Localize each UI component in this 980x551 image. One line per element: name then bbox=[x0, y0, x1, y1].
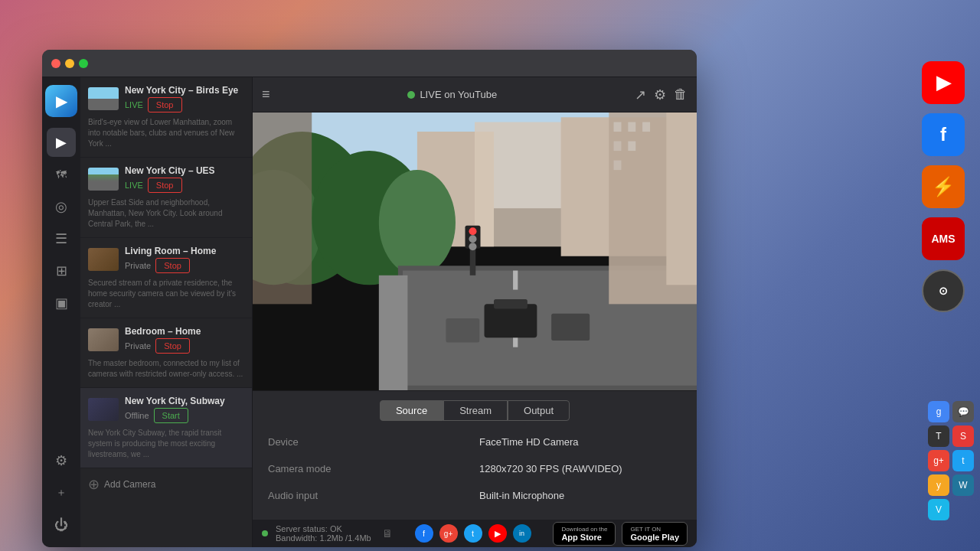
tab-output[interactable]: Output bbox=[508, 400, 570, 421]
svg-point-29 bbox=[469, 243, 476, 250]
camera-thumb-5 bbox=[88, 398, 119, 421]
social-google[interactable]: g+ bbox=[439, 524, 458, 543]
tab-stream[interactable]: Stream bbox=[443, 400, 508, 421]
video-icon: ▣ bbox=[55, 295, 68, 311]
camera-name-5: New York City, Subway bbox=[125, 396, 244, 406]
delete-icon[interactable]: 🗑 bbox=[674, 86, 688, 103]
camera-item-5[interactable]: New York City, Subway Offline Start New … bbox=[80, 388, 252, 468]
desktop-icon-flash[interactable]: ⚡ bbox=[922, 165, 965, 208]
stop-button-2[interactable]: Stop bbox=[148, 178, 182, 193]
svg-rect-2 bbox=[475, 122, 570, 247]
stop-button-3[interactable]: Stop bbox=[155, 258, 190, 273]
mini-icon-g[interactable]: g bbox=[928, 401, 949, 422]
mini-icon-t[interactable]: T bbox=[928, 425, 949, 447]
desktop-icon-youtube[interactable]: ▶ bbox=[922, 61, 965, 104]
appstore-sub: Download on the bbox=[561, 526, 607, 533]
top-bar-actions: ↗ ⚙ 🗑 bbox=[635, 86, 688, 103]
camera-thumb-1 bbox=[88, 87, 119, 110]
desktop-icon-ams[interactable]: AMS bbox=[922, 217, 965, 260]
device-label: Device bbox=[268, 433, 470, 451]
sidebar-item-grid[interactable]: ⊞ bbox=[47, 256, 76, 285]
googleplay-main: Google Play bbox=[630, 533, 679, 542]
logo-icon: ▶ bbox=[56, 92, 67, 110]
svg-rect-10 bbox=[513, 271, 518, 290]
desktop-icon-s5[interactable]: ⊙ bbox=[922, 269, 965, 312]
social-facebook[interactable]: f bbox=[415, 524, 433, 543]
camera-item-4[interactable]: Bedroom – Home Private Stop The master b… bbox=[80, 318, 252, 388]
close-button[interactable] bbox=[51, 59, 60, 68]
store-badges: Download on the App Store GET IT ON Goog… bbox=[553, 522, 688, 546]
maximize-button[interactable] bbox=[79, 59, 88, 68]
title-bar bbox=[42, 50, 697, 77]
traffic-lights bbox=[51, 59, 88, 68]
desktop-icons-panel: ▶ f ⚡ AMS ⊙ bbox=[922, 61, 965, 312]
power-icon: ⏻ bbox=[54, 517, 68, 533]
social-youtube[interactable]: ▶ bbox=[488, 524, 507, 543]
camera-item-2[interactable]: New York City – UES LIVE Stop Upper East… bbox=[80, 158, 252, 238]
minimize-button[interactable] bbox=[65, 59, 74, 68]
mini-icon-gplus[interactable]: g+ bbox=[928, 450, 949, 471]
mini-icon-chat[interactable]: 💬 bbox=[952, 401, 974, 422]
camera-thumb-4 bbox=[88, 328, 119, 351]
audio-input-value: Built-in Microphone bbox=[479, 487, 681, 504]
stop-button-1[interactable]: Stop bbox=[148, 97, 182, 112]
googleplay-sub: GET IT ON bbox=[630, 526, 679, 533]
sidebar-item-power[interactable]: ⏻ bbox=[47, 510, 76, 540]
source-fields: Device FaceTime HD Camera Camera mode 12… bbox=[268, 433, 681, 504]
mini-icon-wp[interactable]: W bbox=[952, 474, 974, 496]
appstore-main: App Store bbox=[561, 533, 607, 542]
social-twitter[interactable]: t bbox=[464, 524, 482, 543]
desktop-icon-facebook[interactable]: f bbox=[922, 113, 965, 156]
appstore-badge[interactable]: Download on the App Store bbox=[553, 522, 616, 546]
camera-desc-5: New York City Subway, the rapid transit … bbox=[88, 428, 244, 460]
facebook-icon: f bbox=[940, 124, 946, 145]
window-body: ▶ ▶ 🗺 ◎ ☰ ⊞ ▣ ⚙ bbox=[42, 77, 697, 547]
social-linkedin[interactable]: in bbox=[513, 524, 531, 543]
app-logo[interactable]: ▶ bbox=[45, 85, 77, 117]
sidebar-item-list[interactable]: ☰ bbox=[47, 224, 76, 253]
googleplay-badge[interactable]: GET IT ON Google Play bbox=[622, 522, 688, 546]
add-camera-button[interactable]: ⊕ Add Camera bbox=[80, 468, 252, 500]
svg-rect-18 bbox=[666, 112, 697, 285]
sidebar-item-home[interactable]: ▶ bbox=[47, 128, 76, 157]
mini-icon-tw[interactable]: t bbox=[952, 450, 974, 471]
stop-button-4[interactable]: Stop bbox=[155, 338, 190, 354]
sidebar-item-location[interactable]: ◎ bbox=[47, 192, 76, 221]
audio-input-label: Audio input bbox=[268, 487, 470, 504]
device-value: FaceTime HD Camera bbox=[479, 433, 681, 451]
camera-thumb-3 bbox=[88, 248, 119, 271]
s5-icon: ⊙ bbox=[939, 285, 948, 297]
gear-icon[interactable]: ⚙ bbox=[654, 86, 666, 103]
start-button-5[interactable]: Start bbox=[154, 408, 188, 423]
tab-source[interactable]: Source bbox=[380, 400, 443, 421]
sidebar-item-map[interactable]: 🗺 bbox=[47, 160, 76, 189]
add-icon: ＋ bbox=[56, 486, 67, 500]
camera-status-1: LIVE bbox=[125, 100, 143, 109]
mini-icon-v[interactable]: V bbox=[928, 499, 949, 520]
mini-icons-panel: g 💬 T S g+ t y W V bbox=[928, 401, 974, 520]
menu-icon[interactable]: ≡ bbox=[262, 86, 270, 103]
live-dot bbox=[407, 91, 415, 99]
camera-item-1[interactable]: New York City – Birds Eye LIVE Stop Bird… bbox=[80, 77, 252, 158]
bandwidth-label: Bandwidth: 1.2Mb /1.4Mb bbox=[276, 533, 371, 543]
top-bar: ≡ LIVE on YouTube ↗ ⚙ 🗑 bbox=[253, 77, 697, 112]
camera-list-panel: New York City – Birds Eye LIVE Stop Bird… bbox=[80, 77, 253, 547]
camera-status-2: LIVE bbox=[125, 181, 143, 190]
mini-icon-y2[interactable]: y bbox=[928, 474, 949, 496]
camera-desc-4: The master bedroom, connected to my list… bbox=[88, 358, 244, 380]
camera-name-2: New York City – UES bbox=[125, 165, 244, 176]
server-status-label: Server status: OK bbox=[276, 524, 371, 533]
svg-point-28 bbox=[469, 235, 476, 243]
main-content: ≡ LIVE on YouTube ↗ ⚙ 🗑 bbox=[253, 77, 697, 547]
sidebar-item-add[interactable]: ＋ bbox=[47, 478, 76, 507]
sidebar-item-video[interactable]: ▣ bbox=[47, 289, 76, 318]
list-icon: ☰ bbox=[55, 230, 67, 247]
sidebar-item-settings[interactable]: ⚙ bbox=[47, 446, 76, 475]
grid-icon: ⊞ bbox=[56, 262, 67, 279]
sidebar: ▶ ▶ 🗺 ◎ ☰ ⊞ ▣ ⚙ bbox=[42, 77, 80, 547]
camera-item-3[interactable]: Living Room – Home Private Stop Secured … bbox=[80, 238, 252, 318]
home-icon: ▶ bbox=[56, 134, 67, 151]
share-icon[interactable]: ↗ bbox=[635, 86, 646, 103]
camera-name-1: New York City – Birds Eye bbox=[125, 85, 244, 96]
mini-icon-s[interactable]: S bbox=[952, 425, 974, 447]
